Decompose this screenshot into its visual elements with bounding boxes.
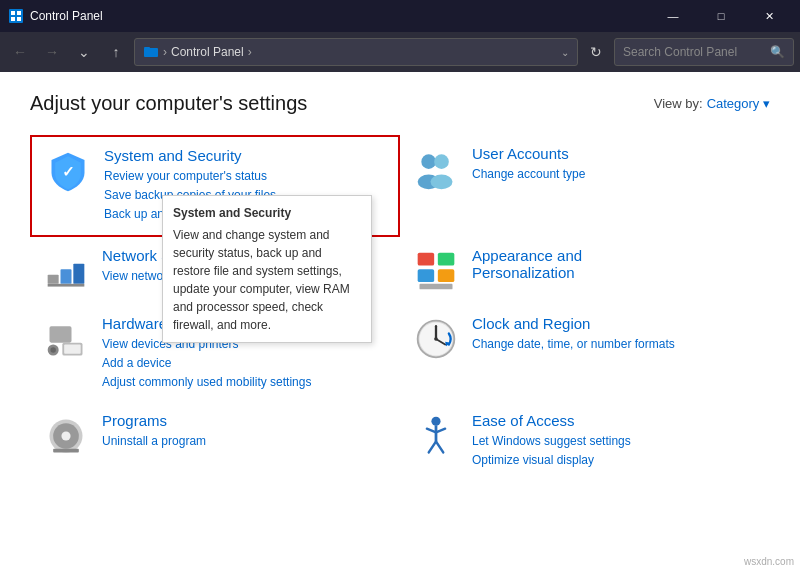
users-icon <box>412 145 460 193</box>
svg-rect-14 <box>73 263 84 283</box>
dropdown-button[interactable]: ⌄ <box>70 38 98 66</box>
category-ease: Ease of Access Let Windows suggest setti… <box>400 402 770 480</box>
user-accounts-link-1[interactable]: Change account type <box>472 165 758 184</box>
svg-point-34 <box>61 432 70 441</box>
svg-point-36 <box>431 417 440 426</box>
category-appearance-text: Appearance andPersonalization <box>472 247 758 284</box>
appearance-title[interactable]: Appearance andPersonalization <box>472 247 758 281</box>
back-button[interactable]: ← <box>6 38 34 66</box>
svg-rect-1 <box>11 11 15 15</box>
svg-line-40 <box>429 442 436 453</box>
programs-title[interactable]: Programs <box>102 412 388 429</box>
close-button[interactable]: ✕ <box>746 0 792 32</box>
svg-rect-17 <box>438 252 455 265</box>
programs-link-1[interactable]: Uninstall a program <box>102 432 388 451</box>
svg-rect-35 <box>53 449 79 453</box>
category-programs: Programs Uninstall a program <box>30 402 400 480</box>
svg-rect-15 <box>48 283 85 286</box>
categories-grid: ✓ System and Security Review your comput… <box>30 135 770 481</box>
svg-line-41 <box>436 442 443 453</box>
watermark: wsxdn.com <box>744 556 794 567</box>
svg-rect-6 <box>144 48 158 57</box>
svg-point-30 <box>434 337 438 341</box>
breadcrumb-sep2: › <box>248 45 252 59</box>
address-bar: ← → ⌄ ↑ › Control Panel › ⌄ ↻ Search Con… <box>0 32 800 72</box>
category-clock: Clock and Region Change date, time, or n… <box>400 305 770 403</box>
svg-rect-21 <box>50 326 72 343</box>
search-box[interactable]: Search Control Panel 🔍 <box>614 38 794 66</box>
svg-rect-13 <box>61 269 72 284</box>
svg-rect-12 <box>48 274 59 283</box>
svg-point-9 <box>434 154 449 169</box>
breadcrumb: › Control Panel › <box>143 44 252 60</box>
category-user-accounts-text: User Accounts Change account type <box>472 145 758 184</box>
window-title: Control Panel <box>30 9 650 23</box>
svg-rect-18 <box>418 269 435 282</box>
tooltip-title: System and Security <box>173 204 361 222</box>
shield-icon: ✓ <box>44 147 92 195</box>
title-bar: Control Panel — □ ✕ <box>0 0 800 32</box>
app-icon <box>8 8 24 24</box>
appearance-icon <box>412 247 460 295</box>
network-icon <box>42 247 90 295</box>
category-appearance: Appearance andPersonalization <box>400 237 770 305</box>
breadcrumb-sep1: › <box>163 45 167 59</box>
svg-rect-2 <box>17 11 21 15</box>
ease-link-1[interactable]: Let Windows suggest settings <box>472 432 758 451</box>
hardware-link-2[interactable]: Add a device <box>102 354 388 373</box>
up-button[interactable]: ↑ <box>102 38 130 66</box>
svg-point-8 <box>421 154 436 169</box>
svg-rect-4 <box>17 17 21 21</box>
svg-rect-19 <box>438 269 455 282</box>
breadcrumb-label: Control Panel <box>171 45 244 59</box>
hardware-icon <box>42 315 90 363</box>
search-icon[interactable]: 🔍 <box>770 45 785 59</box>
hardware-link-3[interactable]: Adjust commonly used mobility settings <box>102 373 388 392</box>
category-ease-text: Ease of Access Let Windows suggest setti… <box>472 412 758 470</box>
programs-icon <box>42 412 90 460</box>
category-system-security: ✓ System and Security Review your comput… <box>30 135 400 237</box>
maximize-button[interactable]: □ <box>698 0 744 32</box>
page-title: Adjust your computer's settings <box>30 92 307 115</box>
svg-rect-25 <box>64 344 81 353</box>
system-security-title[interactable]: System and Security <box>104 147 386 164</box>
forward-button[interactable]: → <box>38 38 66 66</box>
svg-point-11 <box>431 175 453 190</box>
svg-rect-3 <box>11 17 15 21</box>
tooltip: System and Security View and change syst… <box>162 195 372 343</box>
svg-rect-20 <box>420 283 453 289</box>
page-header: Adjust your computer's settings View by:… <box>30 92 770 115</box>
category-user-accounts: User Accounts Change account type <box>400 135 770 237</box>
ease-link-2[interactable]: Optimize visual display <box>472 451 758 470</box>
minimize-button[interactable]: — <box>650 0 696 32</box>
main-content: Adjust your computer's settings View by:… <box>0 72 800 571</box>
user-accounts-title[interactable]: User Accounts <box>472 145 758 162</box>
ease-icon <box>412 412 460 460</box>
view-by: View by: Category ▾ <box>654 96 770 111</box>
tooltip-text: View and change system and security stat… <box>173 226 361 334</box>
system-security-link-1[interactable]: Review your computer's status <box>104 167 386 186</box>
window-controls: — □ ✕ <box>650 0 792 32</box>
category-clock-text: Clock and Region Change date, time, or n… <box>472 315 758 354</box>
view-by-label: View by: <box>654 96 703 111</box>
address-input[interactable]: › Control Panel › ⌄ <box>134 38 578 66</box>
svg-rect-16 <box>418 252 435 265</box>
clock-title[interactable]: Clock and Region <box>472 315 758 332</box>
ease-title[interactable]: Ease of Access <box>472 412 758 429</box>
svg-point-23 <box>50 347 56 353</box>
view-by-dropdown[interactable]: Category ▾ <box>707 96 770 111</box>
folder-icon <box>143 44 159 60</box>
address-chevron-icon[interactable]: ⌄ <box>561 47 569 58</box>
search-placeholder: Search Control Panel <box>623 45 764 59</box>
category-programs-text: Programs Uninstall a program <box>102 412 388 451</box>
refresh-button[interactable]: ↻ <box>582 38 610 66</box>
svg-text:✓: ✓ <box>62 164 75 180</box>
clock-icon <box>412 315 460 363</box>
clock-link-1[interactable]: Change date, time, or number formats <box>472 335 758 354</box>
